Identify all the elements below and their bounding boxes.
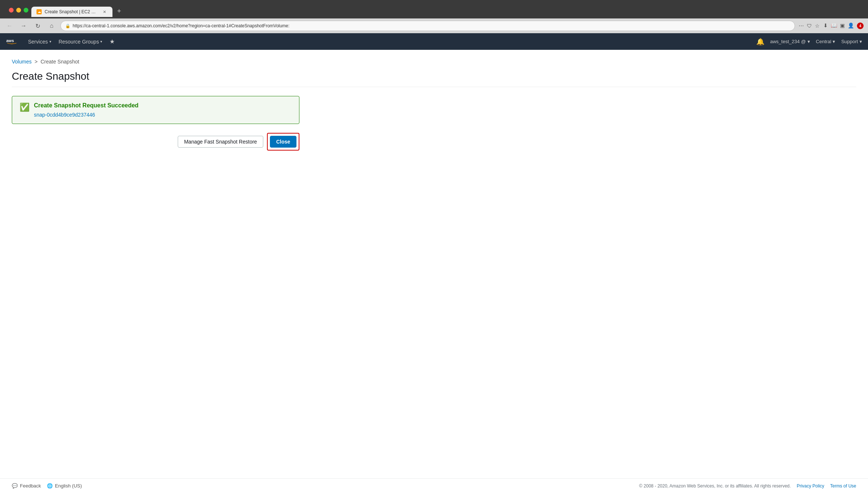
profile-icon[interactable]: 👤: [848, 23, 854, 29]
aws-logo[interactable]: aws: [6, 38, 18, 45]
region-label: Central: [816, 39, 831, 44]
volumes-breadcrumb-link[interactable]: Volumes: [12, 59, 32, 65]
minimize-window-button[interactable]: [16, 8, 21, 13]
maximize-window-button[interactable]: [24, 8, 28, 13]
main-content: Volumes > Create Snapshot Create Snapsho…: [0, 50, 868, 478]
url-text: https://ca-central-1.console.aws.amazon.…: [73, 23, 289, 28]
close-button-highlight: Close: [267, 133, 299, 151]
refresh-button[interactable]: ↻: [32, 21, 43, 31]
tab-close-button[interactable]: ✕: [101, 9, 107, 15]
feedback-button[interactable]: 💬 Feedback: [12, 483, 41, 489]
aws-logo-svg: aws: [6, 38, 18, 45]
footer: 💬 Feedback 🌐 English (US) © 2008 - 2020,…: [0, 478, 868, 493]
user-label: aws_test_234 @: [770, 39, 806, 44]
bookmark-icon[interactable]: 🛡: [807, 23, 812, 29]
privacy-policy-link[interactable]: Privacy Policy: [797, 483, 824, 489]
notification-badge: 4: [857, 23, 864, 29]
success-title: Create Snapshot Request Succeeded: [34, 102, 139, 109]
aws-nav-bar: aws Services ▾ Resource Groups ▾ ★ 🔔 aws…: [0, 33, 868, 50]
breadcrumb-current: Create Snapshot: [41, 59, 79, 65]
resource-groups-nav-item[interactable]: Resource Groups ▾: [59, 39, 103, 45]
copyright-text: © 2008 - 2020, Amazon Web Services, Inc.…: [639, 483, 791, 489]
feedback-icon: 💬: [12, 483, 18, 489]
services-nav-item[interactable]: Services ▾: [28, 39, 51, 45]
support-nav-item[interactable]: Support ▾: [841, 39, 862, 44]
favorites-star-button[interactable]: ★: [110, 38, 115, 45]
user-account-nav-item[interactable]: aws_test_234 @ ▾: [770, 39, 810, 44]
close-button[interactable]: Close: [270, 136, 296, 148]
success-notification: ✅ Create Snapshot Request Succeeded snap…: [12, 96, 299, 124]
language-selector[interactable]: 🌐 English (US): [47, 483, 82, 489]
footer-left: 💬 Feedback 🌐 English (US): [12, 483, 82, 489]
feedback-label: Feedback: [20, 483, 41, 489]
svg-text:aws: aws: [6, 38, 14, 43]
home-button[interactable]: ⌂: [46, 21, 57, 31]
resource-groups-label: Resource Groups: [59, 39, 99, 45]
language-icon: 🌐: [47, 483, 53, 489]
footer-right: © 2008 - 2020, Amazon Web Services, Inc.…: [639, 483, 856, 489]
download-icon[interactable]: ⬇: [823, 23, 828, 29]
services-chevron-icon: ▾: [49, 39, 51, 44]
terms-of-use-link[interactable]: Terms of Use: [830, 483, 856, 489]
success-icon: ✅: [20, 103, 29, 112]
region-chevron-icon: ▾: [833, 39, 835, 44]
address-bar[interactable]: 🔒 https://ca-central-1.console.aws.amazo…: [60, 21, 795, 31]
breadcrumb-separator: >: [35, 59, 38, 65]
language-label: English (US): [55, 483, 82, 489]
resource-groups-chevron-icon: ▾: [100, 39, 102, 44]
breadcrumb: Volumes > Create Snapshot: [12, 59, 856, 65]
support-label: Support: [841, 39, 858, 44]
tab-title: Create Snapshot | EC2 Manage...: [45, 9, 98, 14]
success-content: Create Snapshot Request Succeeded snap-0…: [34, 102, 139, 118]
toolbar-actions: ⋯ 🛡 ☆: [799, 23, 820, 29]
user-chevron-icon: ▾: [808, 39, 810, 44]
page-title: Create Snapshot: [12, 70, 856, 87]
lock-icon: 🔒: [65, 24, 70, 28]
tab-overview-icon[interactable]: ▣: [840, 23, 845, 29]
active-tab[interactable]: ☁ Create Snapshot | EC2 Manage... ✕: [31, 7, 112, 17]
bookmarks-icon[interactable]: 📖: [831, 23, 837, 29]
region-nav-item[interactable]: Central ▾: [816, 39, 836, 44]
support-chevron-icon: ▾: [860, 39, 862, 44]
services-label: Services: [28, 39, 48, 45]
action-buttons: Manage Fast Snapshot Restore Close: [12, 133, 299, 151]
tab-favicon: ☁: [37, 9, 42, 14]
forward-button[interactable]: →: [18, 21, 29, 31]
share-icon[interactable]: ⋯: [799, 23, 804, 29]
back-button[interactable]: ←: [4, 21, 15, 31]
new-tab-button[interactable]: +: [114, 6, 124, 16]
star-icon[interactable]: ☆: [815, 23, 820, 29]
manage-fast-snapshot-button[interactable]: Manage Fast Snapshot Restore: [178, 136, 263, 148]
snapshot-id-link[interactable]: snap-0cdd4b9ce9d237446: [34, 112, 139, 118]
bell-icon[interactable]: 🔔: [756, 38, 764, 46]
close-window-button[interactable]: [9, 8, 14, 13]
